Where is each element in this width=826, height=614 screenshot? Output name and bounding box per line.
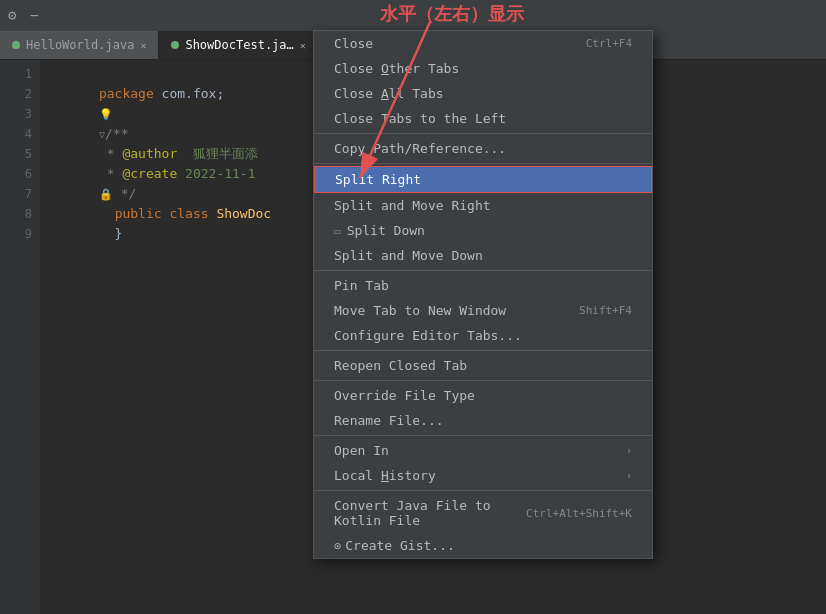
menu-item-label: Close Other Tabs <box>334 61 459 76</box>
tab-label: HelloWorld.java <box>26 38 134 52</box>
menu-item-override-file-type[interactable]: Override File Type <box>314 383 652 408</box>
menu-separator <box>314 133 652 134</box>
minimize-icon[interactable]: − <box>30 7 46 23</box>
menu-item-label: Split Right <box>335 172 421 187</box>
menu-item-label: ▭Split Down <box>334 223 425 238</box>
menu-separator-5 <box>314 380 652 381</box>
menu-item-close-other[interactable]: Close Other Tabs <box>314 56 652 81</box>
menu-item-convert-kotlin[interactable]: Convert Java File to Kotlin File Ctrl+Al… <box>314 493 652 533</box>
tab-showdoctest[interactable]: ShowDocTest.ja… ✕ <box>159 31 318 59</box>
menu-separator-3 <box>314 270 652 271</box>
menu-item-label: Close Tabs to the Left <box>334 111 506 126</box>
menu-item-label: Open In <box>334 443 389 458</box>
gear-icon[interactable]: ⚙ <box>8 7 24 23</box>
menu-item-label: Reopen Closed Tab <box>334 358 467 373</box>
line-num: 6 <box>0 164 32 184</box>
line-num: 8 <box>0 204 32 224</box>
menu-item-rename-file[interactable]: Rename File... <box>314 408 652 433</box>
menu-item-close-all[interactable]: Close All Tabs <box>314 81 652 106</box>
tab-file-icon-active <box>171 41 179 49</box>
menu-item-label: Move Tab to New Window <box>334 303 506 318</box>
tab-close-active-icon[interactable]: ✕ <box>300 40 306 51</box>
menu-item-local-history[interactable]: Local History › <box>314 463 652 488</box>
menu-shortcut-shift-f4: Shift+F4 <box>579 304 632 317</box>
tab-file-icon <box>12 41 20 49</box>
line-num: 2 <box>0 84 32 104</box>
menu-item-close-left[interactable]: Close Tabs to the Left <box>314 106 652 131</box>
menu-item-create-gist[interactable]: ⊙Create Gist... <box>314 533 652 558</box>
line-num: 3 <box>0 104 32 124</box>
context-menu: Close Ctrl+F4 Close Other Tabs Close All… <box>313 30 653 559</box>
menu-item-label: Rename File... <box>334 413 444 428</box>
menu-item-configure-tabs[interactable]: Configure Editor Tabs... <box>314 323 652 348</box>
menu-item-split-down[interactable]: ▭Split Down <box>314 218 652 243</box>
menu-item-move-tab-window[interactable]: Move Tab to New Window Shift+F4 <box>314 298 652 323</box>
menu-item-label: Close All Tabs <box>334 86 444 101</box>
menu-item-label: Close <box>334 36 373 51</box>
line-num: 1 <box>0 64 32 84</box>
menu-item-close[interactable]: Close Ctrl+F4 <box>314 31 652 56</box>
menu-item-reopen-closed[interactable]: Reopen Closed Tab <box>314 353 652 378</box>
line-number-gutter: 1 2 3 4 5 6 7 8 9 <box>0 60 40 614</box>
menu-item-label: Split and Move Down <box>334 248 483 263</box>
menu-item-label: Convert Java File to Kotlin File <box>334 498 506 528</box>
menu-separator-6 <box>314 435 652 436</box>
menu-item-split-move-right[interactable]: Split and Move Right <box>314 193 652 218</box>
line-num: 9 <box>0 224 32 244</box>
line-num: 5 <box>0 144 32 164</box>
line-num: 4 <box>0 124 32 144</box>
menu-item-label: Override File Type <box>334 388 475 403</box>
menu-separator-7 <box>314 490 652 491</box>
menu-separator-2 <box>314 163 652 164</box>
tab-label-active: ShowDocTest.ja… <box>185 38 293 52</box>
menu-separator-4 <box>314 350 652 351</box>
menu-item-label: ⊙Create Gist... <box>334 538 455 553</box>
line-num: 7 <box>0 184 32 204</box>
ide-toolbar: ⚙ − <box>0 0 826 30</box>
menu-item-split-move-down[interactable]: Split and Move Down <box>314 243 652 268</box>
menu-item-copy-path[interactable]: Copy Path/Reference... <box>314 136 652 161</box>
menu-shortcut: Ctrl+F4 <box>586 37 632 50</box>
menu-item-label: Local History <box>334 468 436 483</box>
menu-item-label: Copy Path/Reference... <box>334 141 506 156</box>
submenu-arrow-icon-history: › <box>626 470 632 481</box>
tab-helloworld[interactable]: HelloWorld.java ✕ <box>0 31 159 59</box>
menu-item-split-right[interactable]: Split Right <box>314 166 652 193</box>
menu-item-label: Configure Editor Tabs... <box>334 328 522 343</box>
menu-item-label: Split and Move Right <box>334 198 491 213</box>
menu-item-open-in[interactable]: Open In › <box>314 438 652 463</box>
menu-shortcut-kotlin: Ctrl+Alt+Shift+K <box>526 507 632 520</box>
menu-item-pin-tab[interactable]: Pin Tab <box>314 273 652 298</box>
submenu-arrow-icon: › <box>626 445 632 456</box>
menu-item-label: Pin Tab <box>334 278 389 293</box>
tab-close-icon[interactable]: ✕ <box>140 40 146 51</box>
